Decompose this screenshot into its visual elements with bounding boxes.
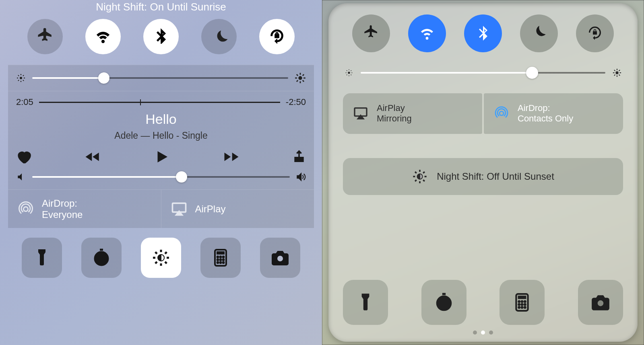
flashlight-icon [355, 292, 376, 312]
rotation-lock-icon [269, 28, 285, 45]
svg-point-40 [223, 262, 225, 264]
volume-thumb[interactable] [176, 171, 187, 183]
connectivity-toggles [8, 19, 314, 65]
svg-point-32 [217, 256, 219, 258]
brightness-high-icon [295, 72, 306, 84]
svg-point-42 [348, 72, 350, 74]
calculator-button[interactable] [200, 238, 241, 278]
timer-button[interactable] [421, 280, 466, 325]
airplane-toggle[interactable] [27, 19, 63, 54]
airplane-icon [363, 25, 379, 42]
svg-line-47 [347, 70, 347, 71]
rotation-lock-toggle[interactable] [576, 14, 614, 52]
brightness-slider[interactable] [16, 72, 306, 84]
svg-line-28 [155, 262, 157, 263]
svg-point-82 [524, 306, 526, 308]
svg-line-67 [415, 172, 417, 173]
control-center-ios9: Night Shift: On Until Sunrise 2:05 -2:50… [0, 0, 322, 345]
svg-point-78 [521, 304, 523, 306]
rotation-lock-toggle[interactable] [259, 19, 295, 54]
brightness-slider[interactable] [343, 64, 623, 93]
night-shift-button[interactable]: Night Shift: Off Until Sunset [343, 158, 623, 195]
camera-button[interactable] [260, 238, 300, 278]
svg-line-29 [165, 252, 167, 254]
svg-point-0 [20, 77, 22, 79]
night-shift-icon [151, 248, 171, 267]
volume-slider[interactable] [16, 172, 306, 182]
svg-point-34 [223, 256, 225, 258]
svg-point-33 [220, 256, 222, 258]
rewind-button[interactable] [84, 148, 101, 167]
svg-line-48 [351, 75, 351, 75]
dnd-toggle[interactable] [201, 19, 237, 54]
camera-icon [590, 292, 611, 312]
airplay-label: AirPlay [195, 203, 226, 215]
page-dot [473, 331, 477, 335]
airdrop-button[interactable]: AirDrop: Everyone [8, 190, 161, 228]
timer-icon [92, 248, 111, 267]
svg-point-36 [220, 259, 222, 261]
timer-button[interactable] [81, 238, 122, 278]
wifi-toggle[interactable] [408, 14, 446, 52]
track-subtitle: Adele — Hello - Single [16, 130, 306, 141]
svg-line-26 [155, 252, 157, 254]
wifi-toggle[interactable] [85, 19, 121, 54]
svg-point-18 [24, 207, 28, 211]
calculator-icon [211, 248, 230, 267]
play-button[interactable] [153, 148, 170, 167]
airdrop-button[interactable]: AirDrop: Contacts Only [484, 93, 623, 134]
elapsed-time: 2:05 [16, 97, 33, 107]
brightness-thumb[interactable] [526, 67, 538, 79]
bluetooth-toggle[interactable] [143, 19, 179, 54]
share-button[interactable] [292, 150, 306, 165]
svg-point-75 [521, 300, 523, 302]
svg-line-68 [423, 180, 425, 181]
airdrop-label: AirDrop: Contacts Only [518, 103, 573, 124]
camera-icon [270, 248, 290, 267]
page-indicator[interactable] [343, 325, 623, 335]
svg-line-8 [23, 75, 24, 76]
calculator-button[interactable] [500, 280, 545, 325]
bluetooth-toggle[interactable] [464, 14, 502, 52]
camera-button[interactable] [578, 280, 623, 325]
svg-line-69 [415, 180, 417, 181]
svg-point-41 [277, 255, 283, 262]
media-section: 2:05 -2:50 Hello Adele — Hello - Single [8, 91, 314, 189]
svg-line-27 [165, 262, 167, 263]
forward-button[interactable] [223, 148, 240, 167]
night-shift-button[interactable] [141, 238, 181, 278]
brightness-thumb[interactable] [98, 72, 109, 84]
timer-icon [434, 292, 454, 312]
svg-point-38 [217, 262, 219, 264]
favorite-button[interactable] [16, 149, 31, 166]
svg-rect-31 [217, 252, 224, 254]
brightness-low-icon [345, 68, 353, 77]
airplane-toggle[interactable] [352, 14, 390, 52]
moon-icon [531, 25, 547, 42]
dnd-toggle[interactable] [520, 14, 558, 52]
control-center-ios10: AirPlay Mirroring AirDrop: Contacts Only… [322, 0, 644, 345]
brightness-section [8, 65, 314, 91]
airplay-label: AirPlay Mirroring [377, 103, 412, 124]
night-shift-label: Night Shift: Off Until Sunset [437, 171, 554, 182]
svg-point-80 [518, 306, 520, 308]
volume-low-icon [16, 172, 27, 182]
scrub-bar[interactable]: 2:05 -2:50 [16, 97, 306, 107]
forward-icon [223, 148, 240, 165]
heart-icon [16, 149, 31, 164]
airplay-button[interactable]: AirPlay [161, 190, 314, 228]
track-title: Hello [16, 111, 306, 127]
calculator-icon [512, 292, 532, 312]
moon-icon [212, 30, 226, 43]
rotation-lock-icon [587, 25, 603, 42]
airplay-icon [170, 200, 188, 218]
flashlight-button[interactable] [22, 238, 62, 278]
wifi-icon [95, 28, 111, 45]
status-title: Night Shift: On Until Sunrise [8, 0, 314, 19]
svg-point-51 [615, 71, 618, 74]
svg-line-14 [297, 74, 298, 76]
airplay-mirroring-button[interactable]: AirPlay Mirroring [343, 93, 482, 134]
svg-line-5 [18, 75, 19, 76]
flashlight-button[interactable] [343, 280, 388, 325]
svg-point-37 [223, 259, 225, 261]
